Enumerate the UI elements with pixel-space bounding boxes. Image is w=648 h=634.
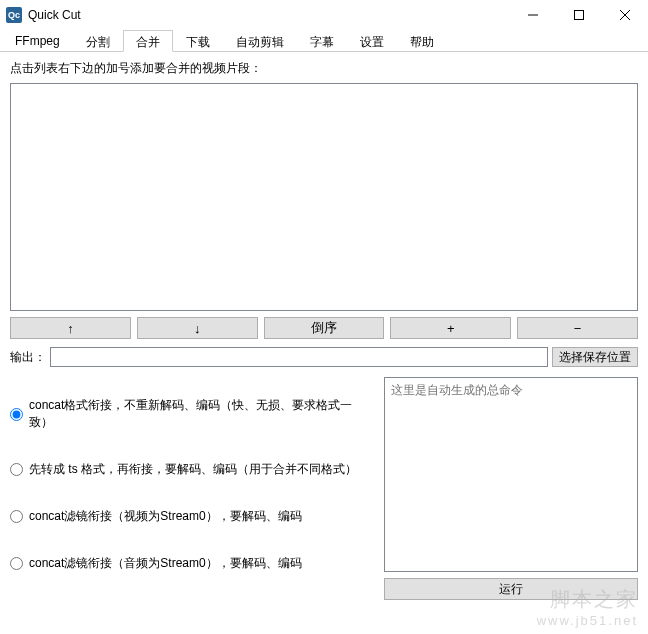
- command-preview[interactable]: [384, 377, 638, 572]
- radio-ts-convert-input[interactable]: [10, 463, 23, 476]
- tabbar: FFmpeg 分割 合并 下载 自动剪辑 字幕 设置 帮助: [0, 30, 648, 52]
- output-label: 输出：: [10, 349, 46, 366]
- radio-ts-convert[interactable]: 先转成 ts 格式，再衔接，要解码、编码（用于合并不同格式）: [10, 461, 374, 478]
- file-list[interactable]: [10, 83, 638, 311]
- window-controls: [510, 0, 648, 30]
- maximize-button[interactable]: [556, 0, 602, 30]
- tab-split[interactable]: 分割: [73, 30, 123, 51]
- tab-download[interactable]: 下载: [173, 30, 223, 51]
- output-path-input[interactable]: [50, 347, 548, 367]
- radio-label: 先转成 ts 格式，再衔接，要解码、编码（用于合并不同格式）: [29, 461, 357, 478]
- window-title: Quick Cut: [28, 8, 510, 22]
- tab-settings[interactable]: 设置: [347, 30, 397, 51]
- watermark-url: www.jb51.net: [537, 613, 638, 628]
- mode-radio-group: concat格式衔接，不重新解码、编码（快、无损、要求格式一致） 先转成 ts …: [10, 377, 374, 600]
- minimize-button[interactable]: [510, 0, 556, 30]
- close-button[interactable]: [602, 0, 648, 30]
- remove-button[interactable]: −: [517, 317, 638, 339]
- radio-concat-filter-video-input[interactable]: [10, 510, 23, 523]
- list-button-row: ↑ ↓ 倒序 + −: [10, 317, 638, 339]
- tab-merge[interactable]: 合并: [123, 30, 173, 52]
- radio-concat-filter-audio[interactable]: concat滤镜衔接（音频为Stream0），要解码、编码: [10, 555, 374, 572]
- radio-concat-demuxer[interactable]: concat格式衔接，不重新解码、编码（快、无损、要求格式一致）: [10, 397, 374, 431]
- tab-autocut[interactable]: 自动剪辑: [223, 30, 297, 51]
- radio-concat-demuxer-input[interactable]: [10, 408, 23, 421]
- radio-label: concat格式衔接，不重新解码、编码（快、无损、要求格式一致）: [29, 397, 374, 431]
- tab-content-merge: 点击列表右下边的加号添加要合并的视频片段： ↑ ↓ 倒序 + − 输出： 选择保…: [0, 52, 648, 608]
- app-icon: Qc: [6, 7, 22, 23]
- output-row: 输出： 选择保存位置: [10, 347, 638, 367]
- instruction-label: 点击列表右下边的加号添加要合并的视频片段：: [10, 60, 638, 77]
- tab-ffmpeg[interactable]: FFmpeg: [2, 30, 73, 51]
- tab-help[interactable]: 帮助: [397, 30, 447, 51]
- move-up-button[interactable]: ↑: [10, 317, 131, 339]
- radio-label: concat滤镜衔接（视频为Stream0），要解码、编码: [29, 508, 302, 525]
- svg-rect-1: [575, 11, 584, 20]
- radio-concat-filter-audio-input[interactable]: [10, 557, 23, 570]
- browse-button[interactable]: 选择保存位置: [552, 347, 638, 367]
- move-down-button[interactable]: ↓: [137, 317, 258, 339]
- tab-subtitle[interactable]: 字幕: [297, 30, 347, 51]
- reverse-button[interactable]: 倒序: [264, 317, 385, 339]
- add-button[interactable]: +: [390, 317, 511, 339]
- radio-concat-filter-video[interactable]: concat滤镜衔接（视频为Stream0），要解码、编码: [10, 508, 374, 525]
- run-button[interactable]: 运行: [384, 578, 638, 600]
- radio-label: concat滤镜衔接（音频为Stream0），要解码、编码: [29, 555, 302, 572]
- right-column: 运行: [384, 377, 638, 600]
- titlebar: Qc Quick Cut: [0, 0, 648, 30]
- lower-section: concat格式衔接，不重新解码、编码（快、无损、要求格式一致） 先转成 ts …: [10, 377, 638, 600]
